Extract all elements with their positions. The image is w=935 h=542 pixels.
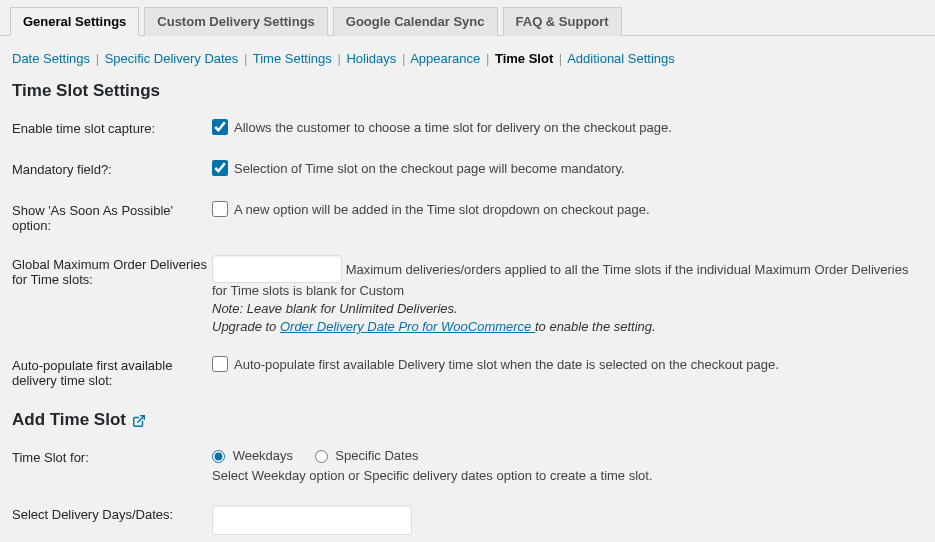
note-upgrade-prefix: Upgrade to — [212, 319, 280, 334]
radio-text-specific: Specific Dates — [335, 448, 418, 463]
subnav-time-slot[interactable]: Time Slot — [495, 51, 553, 66]
radio-text-weekdays: Weekdays — [233, 448, 293, 463]
note-unlimited: Note: Leave blank for Unlimited Deliveri… — [212, 301, 923, 316]
subnav-appearance[interactable]: Appearance — [410, 51, 480, 66]
label-auto-populate: Auto-populate first available delivery t… — [12, 356, 212, 388]
separator: | — [486, 51, 489, 66]
label-enable-capture: Enable time slot capture: — [12, 119, 212, 136]
note-upgrade-suffix: to enable the setting. — [535, 319, 656, 334]
section-title-time-slot-settings: Time Slot Settings — [12, 81, 923, 101]
radio-label-weekdays[interactable]: Weekdays — [212, 448, 297, 463]
input-global-max[interactable] — [212, 255, 342, 283]
external-link-icon[interactable] — [132, 413, 146, 427]
svg-line-0 — [138, 416, 144, 422]
main-tabs: General Settings Custom Delivery Setting… — [0, 0, 935, 36]
label-asap: Show 'As Soon As Possible' option: — [12, 201, 212, 233]
settings-content: Time Slot Settings Enable time slot capt… — [0, 81, 935, 542]
row-select-delivery-days: Select Delivery Days/Dates: Select Deliv… — [12, 505, 923, 542]
checkbox-mandatory[interactable] — [212, 160, 228, 176]
separator: | — [337, 51, 340, 66]
text-auto-populate: Auto-populate first available Delivery t… — [234, 357, 779, 372]
tab-general-settings[interactable]: General Settings — [10, 7, 139, 36]
row-auto-populate: Auto-populate first available delivery t… — [12, 356, 923, 388]
subnav-date-settings[interactable]: Date Settings — [12, 51, 90, 66]
text-enable-capture: Allows the customer to choose a time slo… — [234, 120, 672, 135]
separator: | — [402, 51, 405, 66]
text-asap: A new option will be added in the Time s… — [234, 202, 650, 217]
link-upgrade-pro[interactable]: Order Delivery Date Pro for WooCommerce — [280, 319, 535, 334]
row-time-slot-for: Time Slot for: Weekdays Specific Dates S… — [12, 448, 923, 483]
separator: | — [559, 51, 562, 66]
label-time-slot-for: Time Slot for: — [12, 448, 212, 465]
select-delivery-days-input[interactable] — [212, 505, 412, 535]
row-mandatory-field: Mandatory field?: Selection of Time slot… — [12, 160, 923, 179]
separator: | — [244, 51, 247, 66]
subnav-time-settings[interactable]: Time Settings — [253, 51, 332, 66]
text-mandatory: Selection of Time slot on the checkout p… — [234, 161, 625, 176]
row-enable-time-slot-capture: Enable time slot capture: Allows the cus… — [12, 119, 923, 138]
row-global-max-deliveries: Global Maximum Order Deliveries for Time… — [12, 255, 923, 334]
add-time-slot-heading: Add Time Slot — [12, 410, 126, 430]
radio-weekdays[interactable] — [212, 450, 225, 463]
separator: | — [96, 51, 99, 66]
subnav-holidays[interactable]: Holidays — [346, 51, 396, 66]
checkbox-auto-populate[interactable] — [212, 356, 228, 372]
tab-google-calendar-sync[interactable]: Google Calendar Sync — [333, 7, 498, 36]
label-global-max: Global Maximum Order Deliveries for Time… — [12, 255, 212, 287]
subnav-specific-delivery-dates[interactable]: Specific Delivery Dates — [105, 51, 239, 66]
note-upgrade: Upgrade to Order Delivery Date Pro for W… — [212, 319, 923, 334]
desc-time-slot-for: Select Weekday option or Specific delive… — [212, 468, 923, 483]
subnav-additional-settings[interactable]: Additional Settings — [567, 51, 675, 66]
sub-navigation: Date Settings | Specific Delivery Dates … — [0, 51, 935, 81]
row-asap-option: Show 'As Soon As Possible' option: A new… — [12, 201, 923, 233]
label-select-days: Select Delivery Days/Dates: — [12, 505, 212, 522]
radio-label-specific-dates[interactable]: Specific Dates — [315, 448, 419, 463]
checkbox-asap[interactable] — [212, 201, 228, 217]
label-mandatory: Mandatory field?: — [12, 160, 212, 177]
radio-specific-dates[interactable] — [315, 450, 328, 463]
tab-faq-support[interactable]: FAQ & Support — [503, 7, 622, 36]
section-title-add-time-slot: Add Time Slot — [12, 410, 923, 430]
checkbox-enable-capture[interactable] — [212, 119, 228, 135]
tab-custom-delivery-settings[interactable]: Custom Delivery Settings — [144, 7, 328, 36]
